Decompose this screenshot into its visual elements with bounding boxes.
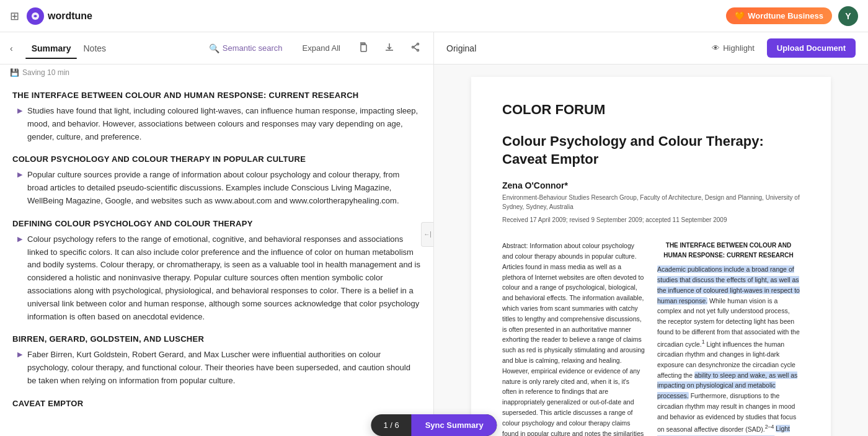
main-layout: ‹ Summary Notes 🔍 Semantic search Expand… [0, 32, 868, 436]
highlight-button[interactable]: 👁 Highlight [707, 40, 760, 56]
tab-group: Summary Notes [25, 38, 112, 58]
semantic-search-button[interactable]: 🔍 Semantic search [204, 40, 288, 56]
left-panel: ‹ Summary Notes 🔍 Semantic search Expand… [0, 32, 434, 436]
eye-icon: 👁 [712, 43, 720, 53]
wordtune-logo[interactable]: wordtune [27, 7, 92, 25]
left-toolbar: ‹ Summary Notes 🔍 Semantic search Expand… [0, 32, 433, 65]
saving-indicator: 💾 Saving 10 min [0, 65, 433, 81]
sync-summary-button[interactable]: Sync Summary [412, 414, 497, 436]
document-received: Received 17 April 2009; revised 9 Septem… [502, 216, 800, 223]
left-content: THE INTERFACE BETWEEN COLOUR AND HUMAN R… [0, 81, 433, 436]
bullet-icon: ▶ [17, 171, 22, 179]
nav-left: ⊞ wordtune [10, 7, 92, 25]
nav-right: 🧡 Wordtune Business Y [726, 6, 858, 26]
list-item: ▶ Colour psychology refers to the range … [17, 233, 421, 324]
logo-icon [27, 7, 44, 25]
user-avatar[interactable]: Y [838, 6, 858, 26]
collapse-panel-handle[interactable]: ←| [421, 222, 433, 247]
svg-point-4 [412, 46, 414, 48]
document-author: Zena O'Connor* [502, 180, 800, 190]
original-label: Original [446, 43, 476, 53]
logo-text: wordtune [48, 11, 92, 22]
document-affiliation: Environment-Behaviour Studies Research G… [502, 193, 800, 211]
collapse-arrow-icon: ←| [423, 231, 432, 238]
list-item: ▶ Faber Birren, Kurt Goldstein, Robert G… [17, 349, 421, 387]
section-heading-5: Caveat emptor [12, 399, 421, 408]
section-heading-2: COLOUR PSYCHOLOGY AND COLOUR THERAPY IN … [12, 154, 421, 164]
grid-icon[interactable]: ⊞ [10, 9, 19, 23]
right-panel: Original 👁 Highlight Upload Document COL… [434, 32, 868, 436]
section-heading-1: THE INTERFACE BETWEEN COLOUR AND HUMAN R… [12, 91, 421, 100]
right-toolbar-actions: 👁 Highlight Upload Document [707, 38, 856, 58]
top-nav: ⊞ wordtune 🧡 Wordtune Business Y [0, 0, 868, 32]
tab-summary[interactable]: Summary [25, 38, 78, 58]
bullet-icon: ▶ [17, 107, 22, 115]
heart-icon: 🧡 [735, 11, 745, 20]
copy-icon-button[interactable] [355, 39, 371, 58]
highlighted-text-1: Academic publications include a broad ra… [657, 265, 800, 304]
right-col-body: Academic publications include a broad ra… [657, 264, 800, 436]
svg-rect-1 [361, 45, 366, 51]
svg-point-2 [417, 43, 419, 45]
wordtune-business-button[interactable]: 🧡 Wordtune Business [726, 7, 832, 24]
right-content: COLOR FORUM Colour Psychology and Colour… [434, 65, 868, 436]
doc-col-right: THE INTERFACE BETWEEN COLOUR AND HUMAN R… [657, 241, 800, 436]
bottom-bar: 1 / 6 Sync Summary [371, 414, 497, 436]
bullet-icon: ▶ [17, 235, 22, 243]
svg-point-3 [417, 49, 419, 51]
upload-document-button[interactable]: Upload Document [767, 38, 856, 58]
list-item: ▶ Studies have found that light, includi… [17, 105, 421, 143]
tab-notes[interactable]: Notes [77, 38, 112, 58]
document-title: Colour Psychology and Colour Therapy: Ca… [502, 133, 800, 168]
bullet-icon: ▶ [17, 350, 22, 358]
list-item: ▶ Popular culture sources provide a rang… [17, 169, 421, 207]
download-icon-button[interactable] [381, 39, 397, 58]
doc-col-abstract: Abstract: Information about colour psych… [502, 241, 645, 436]
right-col-title: THE INTERFACE BETWEEN COLOUR AND HUMAN R… [657, 241, 800, 260]
section-heading-3: DEFINING COLOUR PSYCHOLOGY AND COLOUR TH… [12, 219, 421, 228]
right-toolbar: Original 👁 Highlight Upload Document [434, 32, 868, 65]
document-two-column: Abstract: Information about colour psych… [502, 241, 800, 436]
page-indicator: 1 / 6 [371, 416, 411, 435]
back-arrow[interactable]: ‹ [10, 43, 13, 53]
highlighted-text-2: ability to sleep and wake, as well as im… [657, 371, 797, 400]
search-icon: 🔍 [209, 43, 219, 53]
share-icon-button[interactable] [407, 39, 423, 58]
section-heading-4: BIRREN, GERARD, GOLDSTEIN, AND LUSCHER [12, 334, 421, 344]
abstract-text: Abstract: Information about colour psych… [502, 241, 645, 436]
document-container: COLOR FORUM Colour Psychology and Colour… [471, 77, 831, 436]
forum-label: COLOR FORUM [502, 102, 800, 118]
expand-all-button[interactable]: Expand All [298, 40, 345, 56]
save-icon: 💾 [10, 68, 19, 77]
